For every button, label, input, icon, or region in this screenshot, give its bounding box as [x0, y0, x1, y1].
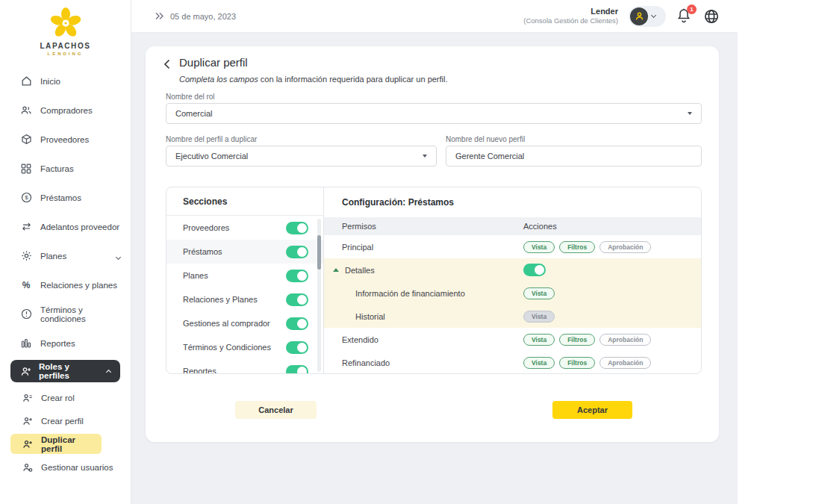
role-name-select[interactable]: Comercial	[166, 103, 702, 124]
sidebar-item-adelantos-proveedor[interactable]: Adelantos proveedor	[0, 212, 131, 241]
sidebar-item-label: Compradores	[40, 106, 93, 115]
select-caret-icon	[423, 155, 427, 158]
sidebar-subitem-label: Crear rol	[41, 393, 75, 402]
permission-label: Refinanciado	[342, 358, 390, 367]
sidebar-item-proveedores[interactable]: Proveedores	[0, 125, 131, 154]
current-date: 05 de mayo, 2023	[170, 12, 236, 21]
accept-button[interactable]: Aceptar	[552, 401, 632, 419]
section-toggle-on[interactable]	[286, 246, 308, 258]
sidebar-item-label: Préstamos	[40, 193, 81, 202]
pill-filtros[interactable]: Filtros	[559, 334, 595, 346]
pill-aprobacion[interactable]: Aprobación	[599, 334, 651, 346]
new-profile-field	[446, 146, 702, 167]
sidebar-item-compradores[interactable]: Compradores	[0, 96, 131, 125]
sidebar-item-facturas[interactable]: Facturas	[0, 154, 131, 183]
section-toggle-on[interactable]	[286, 317, 308, 330]
alert-circle-icon	[20, 308, 32, 320]
avatar	[630, 7, 648, 25]
sidebar-subitem-duplicar-perfil[interactable]: Duplicar perfil	[10, 434, 102, 454]
user-menu-button[interactable]	[629, 6, 666, 27]
section-toggle-on[interactable]	[286, 341, 308, 354]
sidebar-item-prestamos[interactable]: $ Préstamos	[0, 183, 131, 212]
sidebar-subitem-crear-perfil[interactable]: Crear perfil	[0, 409, 131, 432]
detalles-toggle-on[interactable]	[523, 264, 546, 276]
sidebar-item-inicio[interactable]: Inicio	[0, 66, 131, 96]
sidebar-item-label: Relaciones y planes	[40, 281, 117, 290]
permissions-panels: Secciones Proveedores Préstamos Planes	[166, 187, 702, 374]
pill-vista[interactable]: Vista	[523, 357, 555, 369]
language-globe-button[interactable]	[703, 8, 720, 25]
sidebar-subitem-label: Duplicar perfil	[41, 435, 94, 453]
chevron-up-icon	[107, 367, 110, 376]
gear-icon	[20, 250, 32, 262]
sidebar-subitem-crear-rol[interactable]: Crear rol	[0, 386, 131, 409]
sidebar-item-planes[interactable]: Planes	[0, 241, 131, 270]
chevron-down-icon	[116, 252, 120, 261]
sidebar-item-roles-y-perfiles[interactable]: Roles y perfiles	[10, 360, 120, 382]
dollar-circle-icon: $	[20, 192, 32, 204]
new-profile-input[interactable]	[455, 152, 692, 161]
section-row-planes[interactable]: Planes	[166, 264, 323, 287]
user-plus-icon	[22, 416, 33, 426]
section-toggle-on[interactable]	[286, 270, 308, 282]
notifications-button[interactable]: 1	[676, 7, 693, 25]
column-acciones: Acciones	[523, 222, 557, 231]
user-gear-icon	[22, 462, 33, 473]
section-row-proveedores[interactable]: Proveedores	[166, 216, 323, 240]
pill-vista[interactable]: Vista	[523, 334, 555, 346]
user-name: Lender	[523, 7, 618, 17]
section-row-prestamos[interactable]: Préstamos	[166, 240, 323, 264]
sidebar-item-terminos-y-condiciones[interactable]: Términos y condiciones	[0, 299, 131, 329]
brand-name: LAPACHOS	[40, 42, 90, 50]
sidebar-subitem-gestionar-usuarios[interactable]: Gestionar usuarios	[0, 455, 131, 479]
grid-icon	[20, 163, 32, 175]
cancel-button[interactable]: Cancelar	[235, 401, 317, 419]
svg-text:$: $	[25, 194, 28, 201]
source-profile-label: Nombre del perfil a duplicar	[166, 135, 257, 143]
transfer-arrows-icon	[20, 221, 32, 233]
role-name-value: Comercial	[175, 109, 213, 118]
collapse-row-icon[interactable]	[333, 268, 339, 272]
sidebar: LAPACHOS LENDING Inicio Compradores Prov…	[0, 0, 131, 504]
section-row-terminos-y-condiciones[interactable]: Términos y Condiciones	[166, 335, 323, 359]
user-info: Lender (Consola Gestión de Clientes)	[523, 7, 618, 26]
sections-panel-title: Secciones	[166, 187, 323, 216]
permission-label: Detalles	[345, 266, 375, 275]
section-row-gestiones-al-comprador[interactable]: Gestiones al comprador	[166, 311, 323, 335]
new-profile-label: Nombre del nuevo perfil	[446, 135, 525, 143]
section-label: Planes	[183, 271, 208, 280]
configuration-panel: Configuración: Préstamos Permisos Accion…	[324, 187, 701, 373]
section-row-relaciones-y-planes[interactable]: Relaciones y Planes	[166, 287, 323, 311]
user-plus-icon	[20, 366, 31, 377]
pill-vista[interactable]: Vista	[523, 311, 555, 323]
sidebar-item-relaciones-y-planes[interactable]: % Relaciones y planes	[0, 270, 131, 299]
section-toggle-on[interactable]	[286, 365, 308, 375]
permission-row-principal: Principal Vista Filtros Aprobación	[324, 235, 701, 258]
pill-aprobacion[interactable]: Aprobación	[599, 357, 651, 369]
pill-filtros[interactable]: Filtros	[559, 357, 595, 369]
configuration-panel-title: Configuración: Préstamos	[324, 187, 701, 217]
section-toggle-on[interactable]	[286, 293, 308, 306]
collapse-sidebar-icon[interactable]	[155, 12, 164, 20]
sidebar-item-reportes[interactable]: Reportes	[0, 329, 131, 358]
section-toggle-on[interactable]	[286, 222, 308, 234]
section-label: Proveedores	[183, 223, 229, 232]
section-row-reportes[interactable]: Reportes	[166, 359, 323, 374]
permission-label: Principal	[342, 243, 373, 252]
sidebar-nav: Inicio Compradores Proveedores Facturas …	[0, 66, 131, 479]
brand-tagline: LENDING	[48, 52, 84, 56]
home-icon	[20, 75, 32, 87]
flower-logo-icon	[49, 6, 83, 40]
back-button[interactable]	[163, 58, 174, 70]
sections-scrollbar-thumb[interactable]	[317, 235, 321, 270]
pill-filtros[interactable]: Filtros	[559, 241, 595, 253]
select-caret-icon	[688, 112, 692, 115]
pill-vista[interactable]: Vista	[523, 241, 555, 253]
source-profile-select[interactable]: Ejecutivo Comercial	[166, 146, 437, 167]
page-subtitle-em: Completa los campos	[179, 75, 258, 84]
sidebar-item-label: Roles y perfiles	[39, 362, 99, 380]
pill-vista[interactable]: Vista	[523, 287, 555, 299]
pill-aprobacion[interactable]: Aprobación	[599, 241, 651, 253]
sidebar-item-label: Facturas	[40, 164, 74, 173]
permission-label: Historial	[355, 312, 385, 321]
